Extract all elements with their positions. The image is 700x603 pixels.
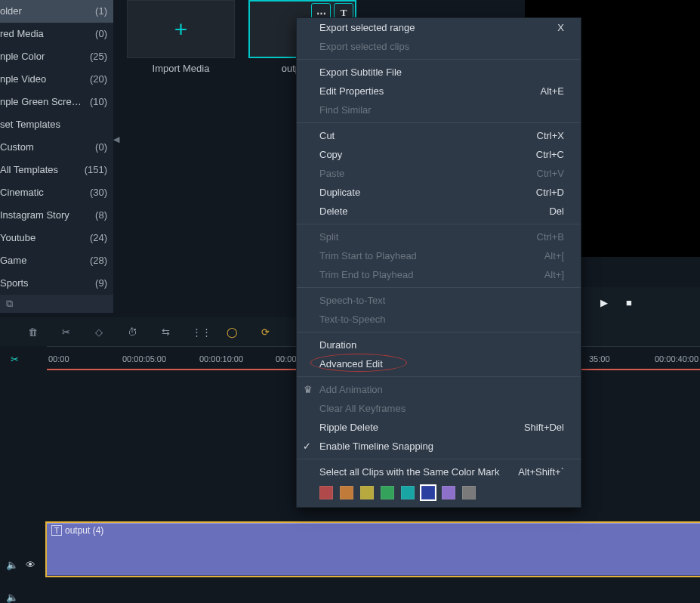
import-media-tile[interactable]: + Import Media	[127, 0, 235, 74]
trash-icon[interactable]: 🗑	[26, 326, 39, 338]
sidebar-item-sample-green-screen[interactable]: nple Green Scre… (10)	[0, 91, 113, 113]
menu-export-selected-range[interactable]: Export selected range X	[297, 18, 581, 37]
sidebar-item-sample-video[interactable]: nple Video (20)	[0, 68, 113, 91]
color-swatch-row	[297, 481, 581, 507]
menu-speech-to-text: Speech-to-Text	[297, 291, 581, 310]
menu-separator	[297, 224, 581, 224]
sidebar-item-youtube[interactable]: Youtube (24)	[0, 227, 113, 249]
menu-edit-properties[interactable]: Edit Properties Alt+E	[297, 82, 581, 100]
menu-export-selected-clips: Export selected clips	[297, 37, 581, 56]
sidebar-item-custom[interactable]: Custom (0)	[0, 136, 113, 159]
menu-separator	[297, 287, 581, 288]
sidebar-item-cinematic[interactable]: Cinematic (30)	[0, 181, 113, 204]
ruler-tick: 00:00	[48, 354, 69, 363]
clip-context-menu: Export selected range X Export selected …	[296, 17, 581, 508]
clip-label: output (4)	[65, 525, 103, 536]
color-swatch[interactable]	[360, 486, 374, 499]
color-swatch[interactable]	[340, 486, 353, 499]
menu-shortcut: Alt+[	[544, 250, 564, 261]
color-swatch[interactable]	[401, 486, 415, 499]
sidebar-item-instagram-story[interactable]: Instagram Story (8)	[0, 204, 113, 227]
menu-duration[interactable]: Duration	[297, 336, 581, 354]
sidebar-collapse-icon[interactable]: ◀	[113, 135, 121, 145]
menu-select-by-color[interactable]: Select all Clips with the Same Color Mar…	[297, 462, 581, 481]
menu-shortcut: X	[557, 22, 564, 33]
menu-text-to-speech: Text-to-Speech	[297, 310, 581, 329]
menu-shortcut: Alt+Shift+`	[518, 466, 564, 478]
menu-shortcut: Ctrl+X	[537, 130, 564, 141]
menu-shortcut: Alt+E	[541, 85, 564, 97]
speed-icon[interactable]: ⏱	[125, 326, 139, 338]
menu-duplicate[interactable]: Duplicate Ctrl+D	[297, 183, 581, 202]
ruler-tick: 00:00:10:00	[199, 354, 243, 363]
menu-enable-snapping[interactable]: ✓ Enable Timeline Snapping	[297, 437, 581, 456]
menu-separator	[297, 459, 581, 459]
color-swatch[interactable]	[381, 486, 394, 499]
menu-clear-keyframes: Clear All Keyframes	[297, 399, 581, 418]
sidebar-item-game[interactable]: Game (28)	[0, 249, 113, 272]
audio-track-head: 🔈	[0, 588, 47, 603]
menu-trim-end: Trim End to Playhead Alt+]	[297, 265, 581, 284]
menu-trim-start: Trim Start to Playhead Alt+[	[297, 246, 581, 265]
razor-tool-icon[interactable]: ✂	[11, 354, 19, 365]
menu-ripple-delete[interactable]: Ripple Delete Shift+Del	[297, 418, 581, 437]
timeline-clip-output4[interactable]: T output (4)	[47, 523, 700, 576]
menu-separator	[297, 122, 581, 123]
menu-export-subtitle-file[interactable]: Export Subtitle File	[297, 63, 581, 82]
sidebar-item-all-templates[interactable]: All Templates (151)	[0, 159, 113, 181]
crown-icon: ♛	[303, 384, 313, 395]
mask-icon[interactable]: ⟳	[258, 326, 272, 338]
mute-icon[interactable]: 🔈	[6, 559, 18, 571]
sidebar-item-folder[interactable]: older (1)	[0, 0, 113, 23]
color-swatch[interactable]	[421, 486, 435, 499]
ruler-tick: 00:00:05:00	[122, 354, 166, 363]
plus-icon: +	[174, 17, 188, 42]
media-sidebar: older (1) red Media (0) nple Color (25) …	[0, 0, 113, 313]
visibility-icon[interactable]: 👁	[26, 559, 35, 571]
color-icon[interactable]: ◯	[225, 326, 239, 338]
color-swatch[interactable]	[442, 486, 455, 499]
import-media-label: Import Media	[153, 63, 210, 74]
adjust-icon[interactable]: ⇆	[159, 326, 172, 338]
menu-delete[interactable]: Delete Del	[297, 202, 581, 221]
color-swatch[interactable]	[462, 486, 476, 499]
sidebar-item-sports[interactable]: Sports (9)	[0, 272, 113, 295]
menu-separator	[297, 59, 581, 60]
play-button[interactable]: ▶	[600, 297, 608, 308]
mute-icon[interactable]: 🔈	[6, 592, 18, 603]
ruler-tick: 00:00:40:00	[655, 354, 698, 363]
folder-add-icon: ⧉	[6, 298, 13, 310]
menu-shortcut: Alt+]	[544, 269, 564, 280]
video-track-head: 🔈 👁	[0, 538, 47, 591]
menu-copy[interactable]: Copy Ctrl+C	[297, 145, 581, 164]
menu-paste: Paste Ctrl+V	[297, 164, 581, 183]
sidebar-item-shared-media[interactable]: red Media (0)	[0, 23, 113, 45]
menu-cut[interactable]: Cut Ctrl+X	[297, 126, 581, 145]
menu-shortcut: Shift+Del	[524, 422, 564, 433]
color-swatch[interactable]	[319, 486, 333, 499]
menu-split: Split Ctrl+B	[297, 227, 581, 246]
menu-shortcut: Del	[549, 206, 564, 217]
menu-advanced-edit[interactable]: Advanced Edit	[297, 354, 581, 373]
sidebar-item-sample-color[interactable]: nple Color (25)	[0, 45, 113, 68]
menu-shortcut: Ctrl+B	[537, 231, 564, 243]
sidebar-item-preset-templates[interactable]: set Templates	[0, 113, 113, 136]
tag-icon[interactable]: ◇	[92, 326, 106, 338]
menu-shortcut: Ctrl+C	[536, 149, 564, 160]
menu-separator	[297, 332, 581, 332]
menu-add-animation: ♛ Add Animation	[297, 380, 581, 399]
sidebar-footer[interactable]: ⧉	[0, 295, 113, 313]
menu-shortcut: Ctrl+V	[537, 168, 564, 179]
check-icon: ✓	[303, 441, 311, 452]
menu-find-similar: Find Similar	[297, 100, 581, 119]
menu-shortcut: Ctrl+D	[536, 187, 564, 198]
stop-button[interactable]: ■	[626, 297, 632, 308]
scissors-icon[interactable]: ✂	[59, 326, 72, 338]
menu-separator	[297, 376, 581, 377]
audio-icon[interactable]: ⋮⋮	[192, 326, 205, 338]
ruler-tick: 35:00	[589, 354, 610, 363]
clip-type-icon: T	[51, 525, 62, 536]
